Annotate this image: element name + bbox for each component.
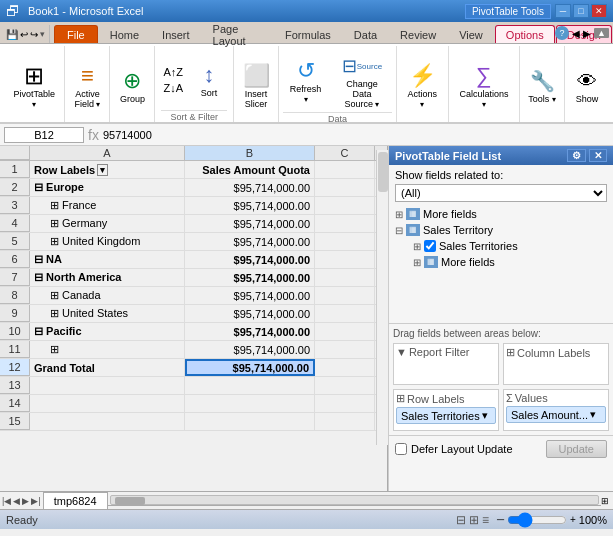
cell-b9[interactable]: $95,714,000.00 — [185, 305, 315, 322]
tab-review[interactable]: Review — [389, 25, 447, 43]
vertical-scrollbar[interactable] — [376, 150, 388, 445]
col-header-b[interactable]: B — [185, 146, 315, 160]
values-chip[interactable]: Sales Amount... ▾ — [506, 406, 606, 423]
values-area[interactable]: Σ Values Sales Amount... ▾ — [503, 389, 609, 431]
cell-b3[interactable]: $95,714,000.00 — [185, 197, 315, 214]
cell-c7[interactable] — [315, 269, 375, 286]
cell-a4[interactable]: ⊞ Germany — [30, 215, 185, 232]
cell-a7[interactable]: ⊟ North America — [30, 269, 185, 286]
formula-input[interactable]: 95714000 — [103, 129, 609, 141]
cell-a13[interactable] — [30, 377, 185, 394]
tab-options[interactable]: Options — [495, 25, 555, 43]
help-button[interactable]: ? — [555, 26, 569, 40]
cell-c4[interactable] — [315, 215, 375, 232]
cell-b13[interactable] — [185, 377, 315, 394]
refresh-button[interactable]: ↺ Refresh ▾ — [283, 55, 328, 107]
quick-arrow[interactable]: ▾ — [40, 29, 45, 39]
cell-b1[interactable]: Sales Amount Quota — [185, 161, 315, 178]
tab-next-btn[interactable]: ▶ — [22, 496, 29, 506]
redo-quick-btn[interactable]: ↪ — [30, 29, 38, 40]
tab-view[interactable]: View — [448, 25, 494, 43]
cell-c15[interactable] — [315, 413, 375, 430]
cell-b2[interactable]: $95,714,000.00 — [185, 179, 315, 196]
normal-view-btn[interactable]: ⊟ — [456, 513, 466, 527]
cell-b12[interactable]: $95,714,000.00 — [185, 359, 315, 376]
sales-territories-checkbox[interactable] — [424, 240, 436, 252]
cell-a3[interactable]: ⊞ France — [30, 197, 185, 214]
cell-a5[interactable]: ⊞ United Kingdom — [30, 233, 185, 250]
tab-home[interactable]: Home — [99, 25, 150, 43]
cell-a8[interactable]: ⊞ Canada — [30, 287, 185, 304]
insert-slicer-button[interactable]: ⬜ InsertSlicer — [238, 60, 274, 112]
cell-a6[interactable]: ⊟ NA — [30, 251, 185, 268]
cell-b7[interactable]: $95,714,000.00 — [185, 269, 315, 286]
calculations-button[interactable]: ∑ Calculations ▾ — [453, 60, 515, 112]
sort-za-button[interactable]: Z↓A — [161, 81, 185, 95]
cell-b15[interactable] — [185, 413, 315, 430]
row-labels-chip[interactable]: Sales Territories ▾ — [396, 407, 496, 424]
cell-c13[interactable] — [315, 377, 375, 394]
h-scrollbar[interactable] — [110, 495, 600, 505]
cell-b14[interactable] — [185, 395, 315, 412]
sort-button[interactable]: ↕ Sort — [191, 59, 227, 101]
name-box[interactable]: B12 — [4, 127, 84, 143]
pivot-table-button[interactable]: ⊞ PivotTable▾ — [9, 60, 59, 112]
update-button[interactable]: Update — [546, 440, 607, 458]
zoom-slider[interactable] — [507, 515, 567, 525]
cell-b10[interactable]: $95,714,000.00 — [185, 323, 315, 340]
cell-c10[interactable] — [315, 323, 375, 340]
cell-a9[interactable]: ⊞ United States — [30, 305, 185, 322]
cell-a14[interactable] — [30, 395, 185, 412]
cell-c3[interactable] — [315, 197, 375, 214]
tools-button[interactable]: 🔧 Tools ▾ — [524, 65, 560, 107]
actions-button[interactable]: ⚡ Actions ▾ — [401, 60, 444, 112]
change-data-source-button[interactable]: ⊟Source Change DataSource ▾ — [332, 50, 392, 112]
cell-a11[interactable]: ⊞ — [30, 341, 185, 358]
cell-b5[interactable]: $95,714,000.00 — [185, 233, 315, 250]
fields-dropdown[interactable]: (All) — [395, 184, 607, 202]
col-header-c[interactable]: C — [315, 146, 375, 160]
show-button[interactable]: 👁 Show — [569, 65, 605, 107]
sales-territory-item[interactable]: ⊟ ▦ Sales Territory — [393, 222, 609, 238]
tab-formulas[interactable]: Formulas — [274, 25, 342, 43]
cell-c2[interactable] — [315, 179, 375, 196]
cell-c14[interactable] — [315, 395, 375, 412]
field-list-close-btn[interactable]: ✕ — [589, 149, 607, 162]
tab-prev-btn[interactable]: ◀ — [13, 496, 20, 506]
field-list-options-btn[interactable]: ⚙ — [567, 149, 586, 162]
tab-last-btn[interactable]: ▶| — [31, 496, 40, 506]
cell-c6[interactable] — [315, 251, 375, 268]
nav-left-btn[interactable]: ◀ — [572, 28, 580, 39]
sheet-tab-tmp6824[interactable]: tmp6824 — [43, 492, 108, 509]
sales-territories-item[interactable]: ⊞ Sales Territories — [393, 238, 609, 254]
column-labels-area[interactable]: ⊞ Column Labels — [503, 343, 609, 385]
tab-page-layout[interactable]: Page Layout — [202, 25, 273, 43]
cell-a10[interactable]: ⊟ Pacific — [30, 323, 185, 340]
cell-c1[interactable] — [315, 161, 375, 178]
cell-c8[interactable] — [315, 287, 375, 304]
cell-b11[interactable]: $95,714,000.00 — [185, 341, 315, 358]
cell-c11[interactable] — [315, 341, 375, 358]
more-fields-item-1[interactable]: ⊞ ▦ More fields — [393, 206, 609, 222]
tab-insert[interactable]: Insert — [151, 25, 201, 43]
sheet-add-icon[interactable]: ⊞ — [601, 496, 609, 506]
sort-az-button[interactable]: A↑Z — [161, 65, 185, 79]
cell-c9[interactable] — [315, 305, 375, 322]
cell-a15[interactable] — [30, 413, 185, 430]
cell-b4[interactable]: $95,714,000.00 — [185, 215, 315, 232]
row-labels-area[interactable]: ⊞ Row Labels Sales Territories ▾ — [393, 389, 499, 431]
nav-right-btn[interactable]: ▶ — [583, 28, 591, 39]
close-button[interactable]: ✕ — [591, 4, 607, 18]
tab-file[interactable]: File — [54, 25, 98, 43]
cell-a2[interactable]: ⊟ Europe — [30, 179, 185, 196]
zoom-in-btn[interactable]: + — [570, 514, 576, 525]
defer-checkbox[interactable] — [395, 443, 407, 455]
tab-data[interactable]: Data — [343, 25, 388, 43]
undo-quick-btn[interactable]: ↩ — [20, 29, 28, 40]
cell-c12[interactable] — [315, 359, 375, 376]
restore-button[interactable]: □ — [573, 4, 589, 18]
tab-first-btn[interactable]: |◀ — [2, 496, 11, 506]
collapse-ribbon-btn[interactable]: ▲ — [594, 28, 609, 38]
group-button[interactable]: ⊕ Group — [114, 65, 150, 107]
col-header-a[interactable]: A — [30, 146, 185, 160]
